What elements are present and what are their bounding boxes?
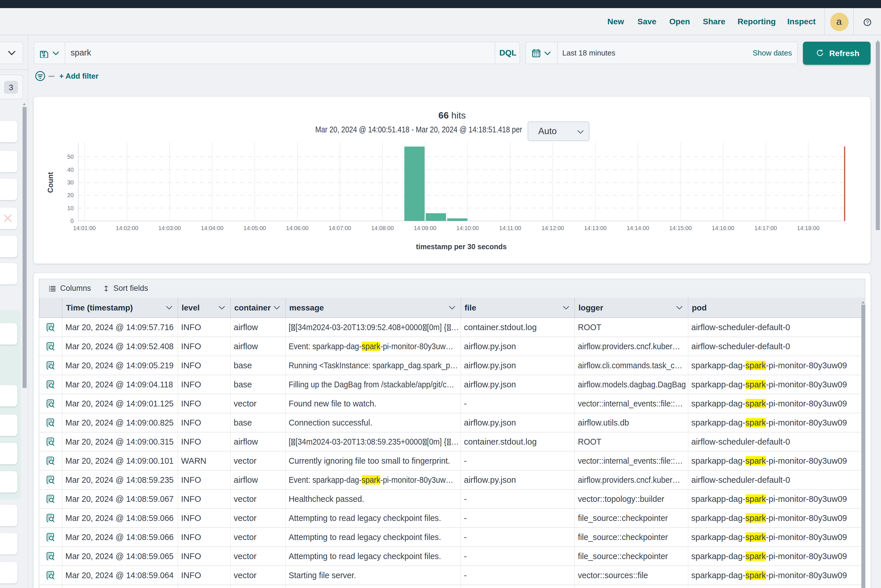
svg-text:14:13:00: 14:13:00 [584,225,606,231]
svg-text:14:12:00: 14:12:00 [541,225,564,231]
svg-text:40: 40 [67,166,74,173]
svg-text:14:16:00: 14:16:00 [712,225,734,231]
svg-text:14:11:00: 14:11:00 [499,225,521,231]
svg-text:14:02:00: 14:02:00 [116,225,138,231]
svg-text:20: 20 [67,192,74,198]
svg-text:14:03:00: 14:03:00 [158,225,181,231]
svg-text:14:08:00: 14:08:00 [371,225,394,231]
svg-text:10: 10 [67,205,74,212]
svg-text:14:17:00: 14:17:00 [754,225,777,231]
svg-text:14:01:00: 14:01:00 [73,225,96,231]
svg-text:14:15:00: 14:15:00 [669,225,692,231]
svg-text:14:10:00: 14:10:00 [456,225,479,231]
svg-text:14:14:00: 14:14:00 [627,225,649,231]
svg-text:14:18:00: 14:18:00 [797,225,819,231]
svg-text:50: 50 [67,153,74,160]
svg-text:0: 0 [71,218,74,224]
svg-text:?: ? [866,20,869,26]
svg-text:14:06:00: 14:06:00 [286,225,308,231]
svg-text:14:07:00: 14:07:00 [329,225,351,231]
svg-text:14:04:00: 14:04:00 [201,225,224,231]
svg-text:14:05:00: 14:05:00 [244,225,266,231]
svg-text:14:09:00: 14:09:00 [414,225,436,231]
svg-text:30: 30 [67,179,74,186]
